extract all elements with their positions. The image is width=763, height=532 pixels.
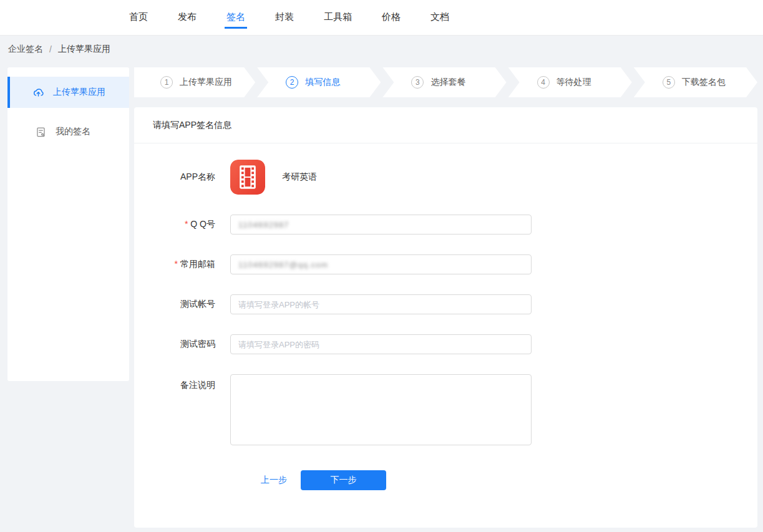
sign-info-card: 请填写APP签名信息 APP名称 (134, 107, 757, 528)
step-number: 2 (286, 76, 298, 89)
remark-label: 备注说明 (153, 374, 215, 391)
next-step-button[interactable]: 下一步 (301, 470, 386, 490)
test-password-label: 测试密码 (153, 339, 215, 350)
step-number: 5 (663, 76, 675, 89)
sidebar-item-upload-app[interactable]: 上传苹果应用 (7, 77, 129, 108)
email-field[interactable]: 1104692987@qq.com (230, 254, 532, 274)
nav-item-publish[interactable]: 发布 (176, 11, 198, 29)
form-actions: 上一步 下一步 (153, 470, 739, 490)
email-label: *常用邮箱 (153, 259, 215, 270)
nav-item-toolbox[interactable]: 工具箱 (322, 11, 354, 29)
sidebar-item-label: 上传苹果应用 (53, 87, 105, 98)
step-label: 下载签名包 (682, 77, 726, 88)
sidebar: 上传苹果应用 我的签名 (7, 67, 129, 381)
film-app-icon (230, 160, 265, 195)
nav-item-docs[interactable]: 文档 (429, 11, 451, 29)
step-number: 1 (160, 76, 173, 89)
qq-label: *Q Q号 (153, 219, 215, 230)
card-title: 请填写APP签名信息 (153, 120, 231, 131)
breadcrumb-separator: / (49, 44, 52, 54)
step-2-fill-info: 2 填写信息 (257, 67, 381, 97)
breadcrumb-current-page: 上传苹果应用 (58, 44, 110, 55)
step-wizard: 1 上传苹果应用 2 填写信息 3 选择套餐 4 等待处理 5 下载签名包 (134, 67, 757, 97)
test-password-field[interactable] (230, 334, 532, 354)
qq-field[interactable]: 1104692987 (230, 215, 532, 235)
sidebar-item-my-signatures[interactable]: 我的签名 (7, 116, 129, 147)
email-masked-value: 1104692987@qq.com (238, 260, 328, 269)
prev-step-link[interactable]: 上一步 (261, 475, 287, 486)
test-password-row: 测试密码 (153, 334, 739, 354)
step-label: 选择套餐 (430, 77, 465, 88)
step-4-wait-processing: 4 等待处理 (508, 67, 632, 97)
cloud-upload-icon (32, 87, 44, 99)
app-name-value: 考研英语 (282, 172, 317, 183)
step-number: 3 (411, 76, 424, 89)
test-account-label: 测试帐号 (153, 299, 215, 310)
top-nav: 首页 发布 签名 封装 工具箱 价格 文档 (0, 0, 763, 36)
breadcrumb: 企业签名 / 上传苹果应用 (0, 36, 763, 63)
app-name-row: APP名称 (153, 160, 739, 195)
step-1-upload-app: 1 上传苹果应用 (134, 67, 255, 97)
required-asterisk: * (185, 219, 188, 229)
step-label: 填写信息 (305, 77, 340, 88)
remark-row: 备注说明 (153, 374, 739, 445)
card-header: 请填写APP签名信息 (134, 107, 757, 143)
step-3-choose-plan: 3 选择套餐 (382, 67, 506, 97)
nav-item-package[interactable]: 封装 (273, 11, 296, 29)
nav-item-sign[interactable]: 签名 (225, 11, 247, 29)
qq-row: *Q Q号 1104692987 (153, 215, 739, 235)
breadcrumb-section[interactable]: 企业签名 (8, 44, 43, 55)
step-number: 4 (537, 76, 550, 89)
app-name-label: APP名称 (153, 172, 215, 183)
email-row: *常用邮箱 1104692987@qq.com (153, 254, 739, 274)
test-account-row: 测试帐号 (153, 294, 739, 314)
nav-item-home[interactable]: 首页 (127, 11, 150, 29)
remark-textarea[interactable] (230, 374, 532, 445)
nav-item-price[interactable]: 价格 (380, 11, 402, 29)
qq-masked-value: 1104692987 (238, 220, 289, 230)
step-5-download-package: 5 下载签名包 (634, 67, 757, 97)
step-label: 等待处理 (556, 77, 591, 88)
signature-doc-icon (35, 126, 47, 138)
required-asterisk: * (175, 259, 178, 269)
step-label: 上传苹果应用 (180, 77, 232, 88)
sidebar-item-label: 我的签名 (56, 126, 90, 137)
test-account-field[interactable] (230, 294, 532, 314)
